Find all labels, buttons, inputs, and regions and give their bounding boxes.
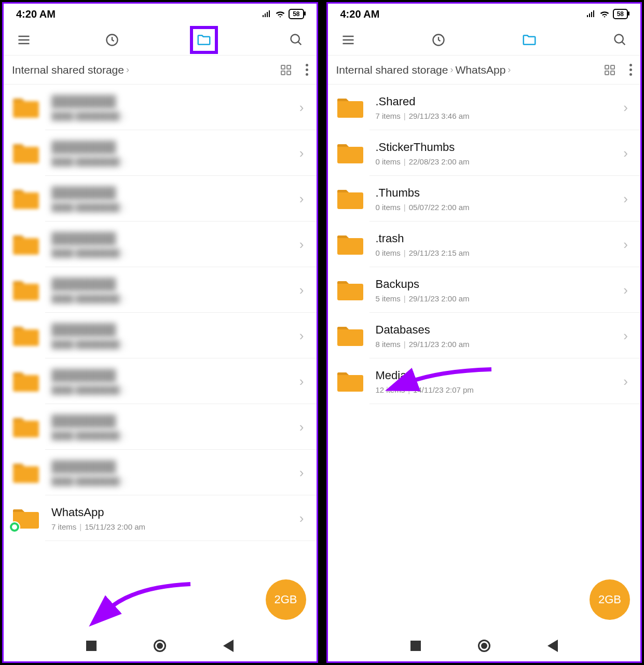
status-bar: 4:20 AM 58 (4, 4, 317, 24)
list-item[interactable]: Media 12 items|14/11/23 2:07 pm › (328, 358, 641, 404)
folder-icon (12, 279, 39, 301)
breadcrumb-item[interactable]: Internal shared storage (336, 64, 448, 76)
chevron-right-icon: › (299, 328, 317, 344)
signal-icon (262, 10, 272, 18)
recent-button[interactable] (102, 30, 122, 50)
chevron-right-icon: › (299, 145, 317, 161)
list-item[interactable]: .StickerThumbs 0 items|22/08/23 2:00 am … (328, 130, 641, 176)
folder-name: .StickerThumbs (376, 141, 624, 154)
folder-tab-button[interactable] (194, 30, 214, 50)
folder-name: .Thumbs (376, 186, 624, 200)
svg-rect-4 (281, 71, 285, 75)
folder-icon (12, 324, 39, 347)
nav-bar (328, 630, 641, 661)
svg-rect-5 (287, 71, 291, 75)
list-item[interactable]: Backups 5 items|29/11/23 2:00 am › (328, 267, 641, 313)
folder-tab-button[interactable] (519, 30, 539, 50)
status-bar: 4:20 AM 58 (328, 4, 641, 24)
list-item[interactable]: ████████ ████ ████████| › (4, 130, 317, 176)
folder-meta: ████ ████████| (51, 294, 299, 303)
folder-meta: 0 items|05/07/22 2:00 am (376, 203, 624, 212)
folder-name: WhatsApp (51, 506, 299, 519)
folder-icon (12, 507, 39, 530)
svg-rect-11 (611, 71, 614, 75)
view-grid-button[interactable] (604, 64, 616, 76)
toolbar (328, 24, 641, 56)
search-button[interactable] (286, 30, 306, 50)
nav-home[interactable] (476, 638, 492, 654)
list-item[interactable]: ████████ ████ ████████| › (4, 221, 317, 267)
list-item[interactable]: ████████ ████ ████████| › (4, 267, 317, 313)
folder-meta: ████ ████████| (51, 203, 299, 212)
file-list[interactable]: ████████ ████ ████████| › ████████ ████ … (4, 85, 317, 630)
folder-icon (12, 142, 39, 164)
list-item[interactable]: ████████ ████ ████████| › (4, 313, 317, 358)
search-button[interactable] (610, 30, 630, 50)
folder-name: ████████ (51, 460, 299, 474)
breadcrumb[interactable]: Internal shared storage › WhatsApp › (336, 64, 604, 76)
storage-fab[interactable]: 2GB (266, 579, 306, 620)
folder-meta: 0 items|29/11/23 2:15 am (376, 248, 624, 257)
breadcrumb[interactable]: Internal shared storage › (12, 64, 280, 76)
view-grid-button[interactable] (280, 64, 292, 76)
list-item[interactable]: ████████ ████ ████████| › (4, 176, 317, 221)
storage-fab[interactable]: 2GB (590, 579, 630, 620)
phone-left: 4:20 AM 58 (2, 2, 318, 663)
menu-button[interactable] (338, 30, 358, 50)
folder-meta: 7 items|15/11/23 2:00 am (51, 522, 299, 531)
chevron-right-icon: › (623, 237, 640, 253)
folder-icon (12, 96, 39, 119)
nav-recents[interactable] (407, 638, 424, 654)
folder-name: ████████ (51, 278, 299, 291)
toolbar (4, 24, 317, 56)
list-item[interactable]: ████████ ████ ████████| › (4, 450, 317, 495)
more-button[interactable] (306, 64, 308, 76)
chevron-right-icon: › (623, 373, 640, 390)
folder-name: Databases (376, 323, 624, 337)
list-item[interactable]: Databases 8 items|29/11/23 2:00 am › (328, 313, 641, 358)
folder-icon (336, 96, 363, 119)
breadcrumb-bar: Internal shared storage › WhatsApp › (328, 56, 641, 85)
folder-meta: 12 items|14/11/23 2:07 pm (376, 385, 624, 394)
list-item[interactable]: WhatsApp 7 items|15/11/23 2:00 am › (4, 495, 317, 541)
chevron-right-icon: › (126, 64, 129, 75)
svg-rect-9 (611, 65, 614, 69)
chevron-right-icon: › (623, 191, 640, 207)
folder-name: ████████ (51, 369, 299, 382)
recent-button[interactable] (429, 30, 448, 50)
breadcrumb-item[interactable]: Internal shared storage (12, 64, 124, 76)
breadcrumb-item[interactable]: WhatsApp (455, 64, 505, 76)
folder-name: .trash (376, 232, 624, 245)
nav-back[interactable] (220, 638, 237, 654)
folder-icon (336, 324, 363, 347)
list-item[interactable]: ████████ ████ ████████| › (4, 404, 317, 450)
list-item[interactable]: .Shared 7 items|29/11/23 3:46 am › (328, 85, 641, 130)
list-item[interactable]: .trash 0 items|29/11/23 2:15 am › (328, 221, 641, 267)
menu-button[interactable] (14, 30, 34, 50)
folder-meta: 8 items|29/11/23 2:00 am (376, 340, 624, 349)
chevron-right-icon: › (299, 465, 317, 481)
folder-icon (12, 187, 39, 210)
folder-name: ████████ (51, 95, 299, 108)
folder-name: ████████ (51, 323, 299, 337)
breadcrumb-bar: Internal shared storage › (4, 56, 317, 85)
nav-back[interactable] (544, 638, 561, 654)
folder-icon (336, 233, 363, 256)
folder-name: ████████ (51, 186, 299, 200)
nav-recents[interactable] (83, 638, 100, 654)
nav-home[interactable] (152, 638, 168, 654)
svg-rect-10 (605, 71, 609, 75)
svg-rect-2 (281, 65, 285, 69)
chevron-right-icon: › (623, 145, 640, 161)
chevron-right-icon: › (299, 100, 317, 116)
phone-right: 4:20 AM 58 Internal shared storage › Wha… (326, 2, 642, 663)
folder-name: .Shared (376, 95, 624, 108)
folder-icon (336, 187, 363, 210)
list-item[interactable]: ████████ ████ ████████| › (4, 358, 317, 404)
more-button[interactable] (629, 64, 632, 76)
list-item[interactable]: ████████ ████ ████████| › (4, 85, 317, 130)
folder-meta: ████ ████████| (51, 385, 299, 394)
folder-meta: ████ ████████| (51, 248, 299, 257)
list-item[interactable]: .Thumbs 0 items|05/07/22 2:00 am › (328, 176, 641, 221)
file-list[interactable]: .Shared 7 items|29/11/23 3:46 am › .Stic… (328, 85, 641, 630)
